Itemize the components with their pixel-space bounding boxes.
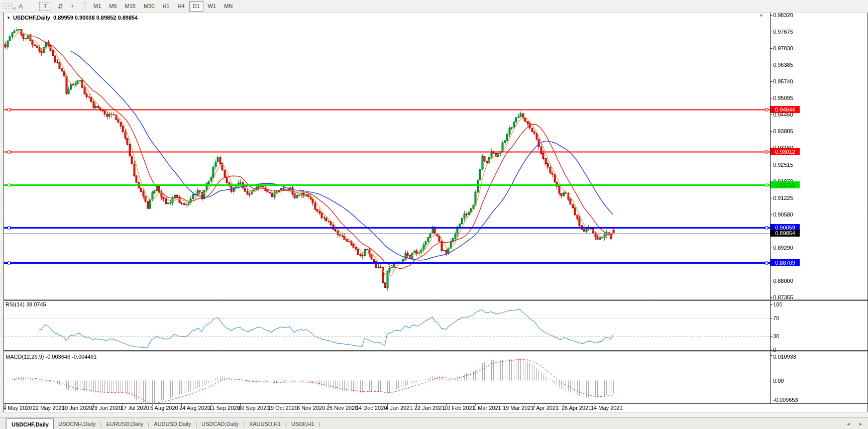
toolbar: F A T ⇵ ▾ M1M5M15M30H1H4D1W1MN [0,0,868,13]
timeframe-button-group: M1M5M15M30H1H4D1W1MN [89,1,237,12]
timeframe-button-m5[interactable]: M5 [105,1,120,12]
hline-price-label[interactable]: 0.93012 [771,148,800,155]
time-axis-label: 14 May 2021 [591,405,623,411]
macd-indicator-label: MACD(12,26,9) -0.003646 -0.004461 [6,354,97,360]
time-axis-label: 26 Apr 2021 [562,405,591,411]
ohlc-values: 0.89959 0.90038 0.89852 0.89854 [53,15,138,21]
text-label-icon[interactable]: T [39,2,51,11]
time-axis-label: 29 Jun 2020 [91,405,122,411]
timeframe-button-h1[interactable]: H1 [159,1,173,12]
price-axis-label: 0.87355 [773,294,793,301]
timeframe-button-d1[interactable]: D1 [189,1,203,12]
time-axis-label: 17 Jul 2020 [121,405,149,411]
time-axis-label: 22 May 2020 [33,405,65,411]
trading-terminal-window: F A T ⇵ ▾ M1M5M15M30H1H4D1W1MN ▼USDCHF,D… [0,0,868,429]
symbol-period-label: USDCHF,Daily [13,15,50,21]
hline-price-label[interactable]: 0.91718 [771,181,800,188]
rsi-axis-label: 100 [773,301,782,308]
timeframe-button-w1[interactable]: W1 [204,1,220,12]
hline-price-label[interactable]: 0.88709 [771,259,800,266]
chart-title: ▼USDCHF,Daily 0.89959 0.90038 0.89852 0.… [7,15,138,21]
tab-scroll-arrows: ◄ ► [846,421,863,426]
collapse-arrow-icon[interactable]: ▼ [7,16,11,20]
chart-shift-marker-icon[interactable]: ▼ [759,13,764,18]
toolbar-spacer [27,1,38,11]
time-axis-label: 10 Feb 2021 [444,405,475,411]
chart-tab-usdcad[interactable]: USDCAD,Daily [197,418,243,429]
chart-tab-audusd[interactable]: AUDUSD,Daily [149,418,195,429]
price-axis-label: 0.95740 [773,78,793,85]
tab-scroll-left-icon[interactable]: ◄ [846,421,850,426]
text-icon[interactable]: A [15,1,26,11]
price-axis-label: 0.91225 [773,194,793,201]
timeframe-button-m30[interactable]: M30 [140,1,158,12]
chart-tab-usdcnh[interactable]: USDCNH,Daily [54,418,100,429]
time-axis-label: 19 Oct 2020 [268,405,298,411]
chart-tab-xauusd[interactable]: XAUUSD,H1 [245,418,285,429]
timeframe-button-h4[interactable]: H4 [174,1,188,12]
time-axis-label: 19 Mar 2021 [503,405,534,411]
time-axis-label: 30 Sep 2020 [238,405,269,411]
price-axis-label: 0.92515 [773,161,793,168]
rsi-axis-label: 0 [773,346,776,353]
time-axis-label: 6 Nov 2020 [297,405,325,411]
price-axis-label: 0.90580 [773,211,793,218]
time-axis-label: 10 Jun 2020 [62,405,92,411]
time-axis-label: 7 Apr 2021 [532,405,559,411]
price-axis-label: 0.98320 [773,12,793,19]
tabbar-left-edge [0,418,6,429]
chart-tabs: USDCHF,DailyUSDCNH,Daily|EURUSD,Daily|AU… [7,418,320,429]
price-axis-label: 0.88000 [773,277,793,284]
macd-axis-label: 0.010933 [773,353,796,360]
rsi-indicator-label: RSI(14) 38.0745 [6,301,46,307]
time-axis-label: 14 Dec 2020 [356,405,387,411]
rsi-axis-label: 70 [773,314,779,321]
price-axis-label: 0.95095 [773,94,793,101]
tab-scroll-right-icon[interactable]: ► [858,421,863,426]
chart-tab-usdchf[interactable]: USDCHF,Daily [7,418,54,429]
chart-canvas[interactable] [0,0,868,429]
price-axis-label: 0.97675 [773,28,793,35]
tab-separator: | [319,421,320,427]
price-axis-label: 0.89290 [773,244,793,251]
time-axis-label: 4 May 2020 [3,405,32,411]
hline-price-label[interactable]: 0.94644 [771,106,800,113]
timeframe-button-m15[interactable]: M15 [122,1,139,12]
toolbar-drag-handle[interactable] [83,2,86,10]
time-axis-label: 25 Nov 2020 [327,405,358,411]
time-axis-label: 1 Mar 2021 [473,405,501,411]
chevron-down-icon[interactable]: ▾ [67,1,78,11]
time-axis-label: 22 Jan 2021 [414,405,445,411]
time-axis-label: 11 Sep 2020 [209,405,240,411]
price-axis-label: 0.97030 [773,45,793,52]
time-axis-label: 5 Aug 2020 [150,405,178,411]
current-price-label: 0.89854 [771,230,800,237]
timeframe-button-m1[interactable]: M1 [90,1,104,12]
price-axis-label: 0.96385 [773,61,793,68]
macd-axis-label: 0.00 [773,377,784,384]
time-axis-label: 24 Aug 2020 [179,405,210,411]
timeframe-button-mn[interactable]: MN [221,1,236,12]
macd-axis-label: -0.009653 [773,396,798,403]
chart-tab-eurusd[interactable]: EURUSD,Daily [101,418,148,429]
price-axis-label: 0.93805 [773,128,793,135]
time-axis-label: 4 Jan 2021 [385,405,412,411]
chart-tab-bar: USDCHF,DailyUSDCNH,Daily|EURUSD,Daily|AU… [0,417,868,429]
chart-tab-usoil[interactable]: USOil,H1 [287,418,319,429]
rsi-axis-label: 30 [773,333,779,340]
window-left-edge [0,12,4,412]
arrow-objects-icon[interactable]: ⇵ [55,1,66,11]
fibonacci-grid-icon[interactable]: F [3,3,14,10]
